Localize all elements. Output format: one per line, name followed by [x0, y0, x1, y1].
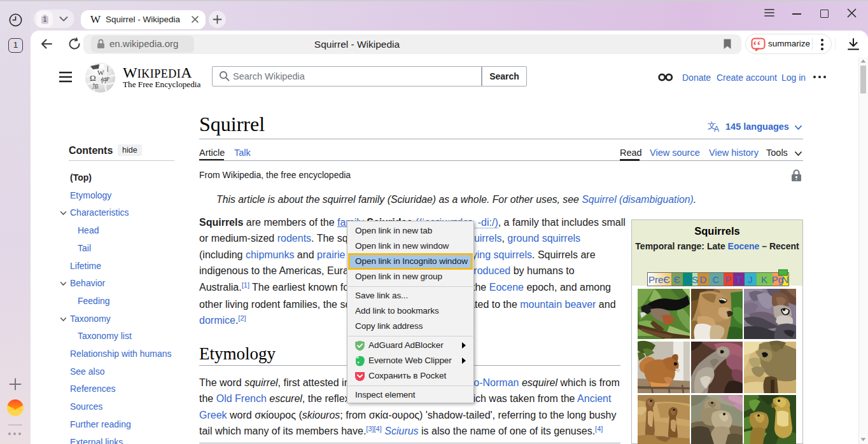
svg-text:J: J	[748, 274, 753, 285]
svg-text:Ω: Ω	[90, 73, 96, 83]
svg-text:1: 1	[43, 15, 46, 23]
svg-text:N: N	[782, 274, 789, 285]
svg-text:W: W	[97, 69, 104, 76]
svg-text:O: O	[684, 274, 692, 285]
svg-text:C: C	[713, 274, 720, 285]
svg-text:أ: أ	[107, 66, 109, 73]
svg-text:PreЄ: PreЄ	[648, 274, 670, 285]
svg-text:A: A	[714, 125, 719, 132]
svg-text:S: S	[692, 274, 698, 285]
svg-text:Є: Є	[674, 274, 681, 285]
svg-text:Р: Р	[106, 76, 109, 82]
svg-text:K: K	[761, 274, 767, 285]
svg-text:加: 加	[92, 83, 99, 90]
svg-text:P: P	[725, 274, 731, 285]
svg-text:D: D	[700, 274, 707, 285]
svg-text:T: T	[736, 274, 741, 285]
